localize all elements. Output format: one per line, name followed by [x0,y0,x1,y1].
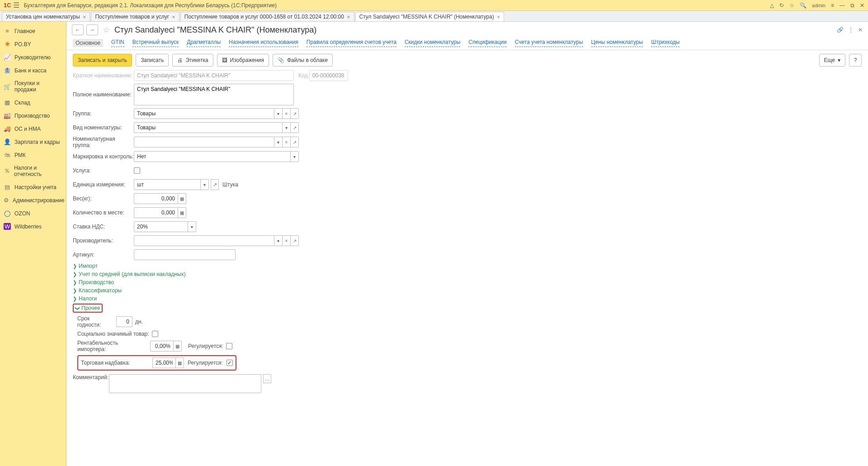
more-button[interactable]: Еще▾ [819,54,845,67]
sidebar-item-assets[interactable]: 🚚ОС и НМА [0,122,66,135]
sidebar-item-wb[interactable]: WWildberries [0,220,66,233]
dropdown-icon[interactable]: ▾ [274,235,283,246]
link-icon[interactable]: 🔗 [837,27,844,33]
more-icon[interactable]: ⋮ [848,27,854,33]
dropdown-icon[interactable]: ▾ [274,108,283,119]
sidebar-item-bank[interactable]: 🏦Банк и касса [0,64,66,77]
help-button[interactable]: ? [849,54,862,67]
calc-icon[interactable]: ▦ [176,357,184,368]
expand-other-highlighted[interactable]: ❯ Прочее [73,304,103,313]
images-button[interactable]: 🖼Изображения [217,54,269,67]
group-input[interactable] [134,108,274,119]
weight-input[interactable] [134,193,178,204]
open-icon[interactable]: ↗ [291,137,299,147]
sidebar-item-warehouse[interactable]: ▦Склад [0,96,66,109]
sidebar-item-main[interactable]: ≡Главное [0,24,66,38]
sidebar-item-rmk[interactable]: 🛍РМК [0,148,66,162]
shelf-input[interactable] [116,316,132,327]
hamburger-icon[interactable]: ☰ [13,1,19,10]
calc-icon[interactable]: ▦ [174,341,182,352]
cloud-files-button[interactable]: 📎Файлы в облаке [273,54,333,67]
sidebar-item-taxes[interactable]: ％Налоги и отчетность [0,162,66,181]
open-icon[interactable]: ↗ [291,235,299,246]
dropdown-icon[interactable]: ▾ [283,122,291,133]
tab-discounts[interactable]: Скидки номенклатуры [405,39,460,47]
tab-accounts-rules[interactable]: Правила определения счетов учета [307,39,396,47]
doc-tab-1[interactable]: Поступление товаров и услуг× [91,12,179,21]
short-name-input[interactable] [134,70,294,81]
save-button[interactable]: Записать [136,54,169,67]
expand-production[interactable]: ❯Производство [73,279,862,285]
full-name-input[interactable]: Стул Sandalyeci "MESSINA K CHAIR" [134,84,294,105]
sidebar-item-manager[interactable]: 📈Руководителю [0,51,66,64]
restore-icon[interactable]: ⧉ [850,2,854,9]
favorite-icon[interactable]: ☆ [103,25,110,35]
forward-button[interactable]: → [86,24,98,35]
qty-input[interactable] [134,207,178,218]
open-icon[interactable]: ↗ [211,179,219,190]
open-icon[interactable]: ↗ [291,122,299,133]
sidebar-item-settings[interactable]: ▤Настройки учета [0,181,66,194]
article-input[interactable] [134,249,236,260]
tab-accounts[interactable]: Счета учета номенклатуры [515,39,583,47]
dropdown-icon[interactable]: ▾ [274,137,283,147]
nom-group-input[interactable] [134,137,274,147]
user-label[interactable]: admin [812,3,826,8]
code-input[interactable] [309,70,348,81]
expand-classifiers[interactable]: ❯Классификаторы [73,287,862,294]
social-checkbox[interactable] [152,331,158,337]
tab-counter[interactable]: Встречный выпуск [132,39,179,47]
tab-specs[interactable]: Спецификации [468,39,506,47]
sidebar-item-production[interactable]: 🏭Производство [0,109,66,122]
service-checkbox[interactable] [134,167,140,174]
save-close-button[interactable]: Записать и закрыть [73,54,132,67]
bell-icon[interactable]: △ [770,2,774,9]
sidebar-item-ozon[interactable]: ◯OZON [0,207,66,220]
tab-close-icon[interactable]: × [347,14,350,20]
dropdown-icon[interactable]: ▾ [201,179,209,190]
close-icon[interactable]: ✕ [860,2,864,9]
markup-regulated-checkbox[interactable] [226,360,233,366]
markup-input[interactable] [152,357,176,368]
history-icon[interactable]: ↻ [779,2,784,9]
vat-input[interactable] [134,221,188,232]
type-input[interactable] [134,122,283,133]
sidebar-item-sales[interactable]: 🛒Покупки и продажи [0,77,66,96]
doc-tab-2[interactable]: Поступление товаров и услуг 0000-1658 от… [180,12,354,21]
sidebar-item-admin[interactable]: ⚙Администрирование [0,194,66,207]
doc-tab-3[interactable]: Стул Sandalyeci "MESSINA K CHAIR" (Номен… [355,12,505,21]
expand-import[interactable]: ❯Импорт [73,263,862,269]
doc-tab-0[interactable]: Установка цен номенклатуры× [2,12,90,21]
calc-icon[interactable]: ▦ [178,207,186,218]
tab-metals[interactable]: Драгметаллы [187,39,221,47]
expand-avg[interactable]: ❯Учет по средней (для выписки накладных) [73,271,862,277]
label-button[interactable]: 🖨Этикетка [172,54,213,67]
minimize-icon[interactable]: — [840,2,845,9]
dropdown-icon[interactable]: ▾ [291,151,299,162]
expand-comment-icon[interactable]: … [263,374,271,383]
search-icon[interactable]: 🔍 [800,2,807,9]
tab-close-icon[interactable]: × [172,14,175,20]
dropdown-icon[interactable]: ▾ [188,221,196,232]
rent-input[interactable] [150,341,174,352]
open-icon[interactable]: ↗ [291,108,299,119]
marking-input[interactable] [134,151,291,162]
back-button[interactable]: ← [72,24,84,35]
tab-prices[interactable]: Цены номенклатуры [591,39,643,47]
sidebar-item-hr[interactable]: 👤Зарплата и кадры [0,135,66,148]
producer-input[interactable] [134,235,274,246]
calc-icon[interactable]: ▦ [178,193,186,204]
sidebar-item-poby[interactable]: ✱PO.BY [0,38,66,51]
comment-input[interactable] [109,374,261,393]
clear-icon[interactable]: × [283,235,291,246]
tab-close-icon[interactable]: × [497,14,500,20]
clear-icon[interactable]: × [283,108,291,119]
tab-gtin[interactable]: GTIN [111,39,124,47]
settings-icon[interactable]: ≡ [831,2,834,9]
star-icon[interactable]: ☆ [789,2,794,9]
tab-main[interactable]: Основное [73,39,103,47]
close-panel-icon[interactable]: ✕ [858,27,863,33]
unit-input[interactable] [134,179,201,190]
tab-usage[interactable]: Назначения использования [229,39,298,47]
tab-close-icon[interactable]: × [83,14,86,20]
